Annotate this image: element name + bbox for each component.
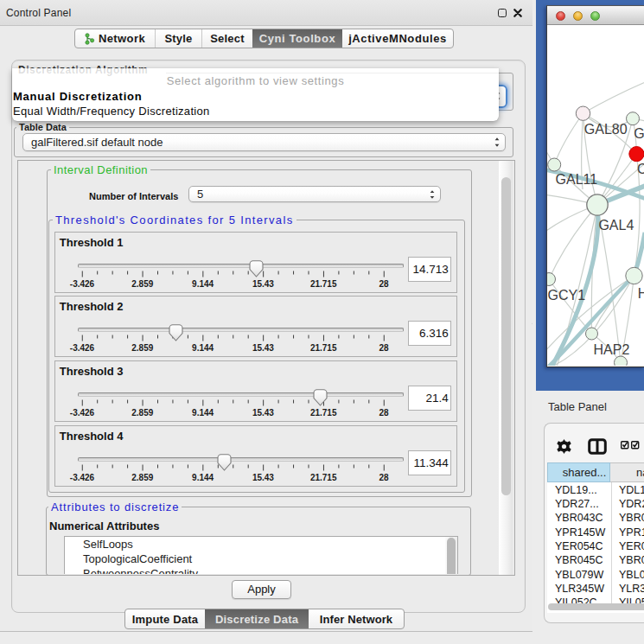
svg-text:H: H (638, 286, 644, 301)
svg-text:GAL80: GAL80 (584, 121, 628, 136)
svg-text:HAP2: HAP2 (594, 342, 630, 357)
svg-text:C: C (637, 162, 644, 176)
svg-text:GAL4: GAL4 (598, 218, 634, 233)
svg-text:GA: GA (634, 126, 644, 141)
svg-text:GCY1: GCY1 (548, 288, 586, 303)
svg-text:GAL11: GAL11 (556, 172, 598, 187)
